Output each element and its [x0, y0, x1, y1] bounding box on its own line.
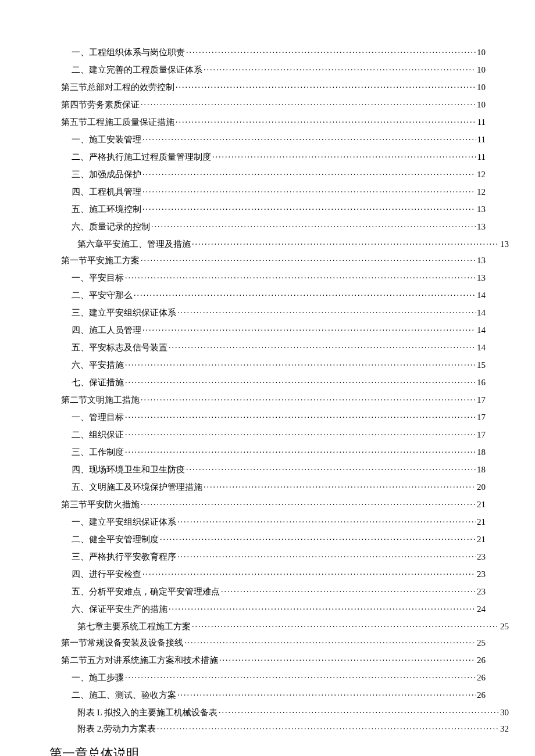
toc-page-number: 25	[477, 638, 486, 648]
toc-leader-dots	[125, 272, 476, 281]
toc-label: 七、保证措施	[72, 377, 124, 388]
toc-page-number: 23	[477, 569, 486, 579]
toc-entry: 五、分析平安难点，确定平安管理难点23	[49, 586, 486, 597]
toc-entry: 六、质量记录的控制13	[49, 221, 486, 232]
toc-label: 第六章平安施工、管理及措施	[77, 239, 191, 250]
toc-label: 附表 L 拟投入的主要施工机械设备表	[77, 707, 217, 718]
toc-entry: 二、健全平安管理制度21	[49, 533, 486, 545]
toc-page-number: 23	[477, 552, 486, 562]
toc-label: 一、工程组织体系与岗位职责	[72, 47, 185, 58]
toc-entry: 三、工作制度18	[49, 446, 486, 458]
toc-page-number: 17	[477, 430, 486, 440]
toc-label: 五、平安标志及信号装置	[72, 342, 167, 353]
toc-label: 二、平安守那么	[72, 290, 133, 301]
toc-leader-dots	[151, 221, 476, 230]
toc-label: 第一节常规设备安装及设备接线	[61, 637, 183, 648]
toc-leader-dots	[125, 446, 476, 455]
toc-entry: 一、施工安装管理11	[49, 134, 486, 145]
toc-leader-dots	[142, 169, 476, 177]
toc-page-number: 21	[477, 500, 486, 510]
toc-page-number: 14	[477, 291, 486, 300]
toc-leader-dots	[141, 394, 476, 403]
chapter-heading: 第一章总体说明	[49, 745, 486, 756]
toc-leader-dots	[169, 342, 476, 350]
toc-page-number: 11	[477, 135, 486, 145]
toc-leader-dots	[157, 723, 499, 732]
toc-entry: 一、管理目标17	[49, 411, 486, 423]
toc-page-number: 18	[477, 447, 486, 457]
toc-leader-dots	[141, 255, 476, 263]
toc-entry: 第一节平安施工方案13	[49, 255, 486, 266]
toc-leader-dots	[134, 289, 476, 298]
toc-label: 二、严格执行施工过程质量管理制度	[72, 152, 211, 163]
toc-entry: 一、施工步骤26	[49, 672, 486, 683]
toc-entry: 四、工程机具管理12	[49, 186, 486, 198]
toc-label: 五、施工环境控制	[72, 204, 141, 215]
toc-label: 一、施工步骤	[72, 672, 124, 683]
toc-leader-dots	[142, 568, 476, 577]
toc-entry: 一、平安目标13	[49, 272, 486, 284]
toc-page-number: 11	[477, 117, 486, 127]
toc-page-number: 21	[477, 517, 486, 527]
toc-entry: 三、建立平安组织保证体系14	[49, 307, 486, 318]
toc-entry: 六、平安措施15	[49, 359, 486, 371]
toc-entry: 第一节常规设备安装及设备接线25	[49, 637, 486, 648]
toc-label: 第五节工程施工质量保证措施	[61, 117, 174, 128]
toc-page-number: 18	[477, 465, 486, 475]
toc-leader-dots	[186, 464, 476, 472]
toc-leader-dots	[177, 689, 476, 698]
toc-entry: 三、严格执行平安教育程序23	[49, 551, 486, 562]
toc-leader-dots	[177, 307, 476, 316]
toc-leader-dots	[125, 429, 476, 438]
toc-page-number: 21	[477, 535, 486, 544]
toc-entry: 五、文明施工及环境保护管理措施20	[49, 481, 486, 493]
toc-page-number: 26	[477, 655, 486, 665]
toc-page-number: 14	[477, 325, 486, 335]
toc-entry: 第五节工程施工质量保证措施11	[49, 116, 486, 128]
toc-entry: 一、建立平安组织保证体系21	[49, 516, 486, 528]
toc-page-number: 10	[477, 65, 486, 75]
toc-label: 第三节平安防火措施	[61, 499, 140, 510]
toc-page-number: 10	[477, 48, 486, 58]
toc-leader-dots	[142, 134, 476, 142]
toc-leader-dots	[204, 64, 476, 73]
toc-leader-dots	[169, 603, 476, 612]
toc-leader-dots	[141, 99, 476, 108]
toc-entry: 第二节五方对讲系统施工方案和技术措施26	[49, 654, 486, 666]
toc-entry: 第七章主要系统工程施工方案25	[49, 621, 509, 632]
toc-entry: 第四节劳务素质保证10	[49, 99, 486, 110]
toc-label: 一、建立平安组织保证体系	[72, 517, 176, 528]
toc-label: 四、施工人员管理	[72, 325, 141, 336]
toc-leader-dots	[141, 499, 476, 507]
toc-entry: 附表 L 拟投入的主要施工机械设备表30	[49, 707, 509, 718]
toc-page-number: 10	[477, 83, 486, 92]
toc-entry: 六、保证平安生产的措施24	[49, 603, 486, 615]
toc-label: 四、工程机具管理	[72, 187, 141, 198]
toc-leader-dots	[212, 151, 476, 160]
toc-label: 二、建立完善的工程质量保证体系	[72, 65, 202, 76]
toc-label: 附表 2,劳动力方案表	[77, 723, 156, 734]
toc-page-number: 14	[477, 308, 486, 318]
toc-page-number: 13	[477, 273, 486, 283]
toc-page-number: 17	[477, 413, 486, 422]
toc-page-number: 14	[477, 343, 486, 353]
toc-label: 第四节劳务素质保证	[61, 99, 140, 110]
toc-label: 五、文明施工及环境保护管理措施	[72, 482, 202, 493]
toc-entry: 附表 2,劳动力方案表32	[49, 723, 509, 734]
toc-leader-dots	[177, 551, 476, 560]
toc-leader-dots	[177, 516, 476, 525]
toc-page-number: 17	[477, 395, 486, 405]
toc-leader-dots	[219, 654, 476, 663]
toc-page-number: 23	[477, 587, 486, 597]
toc-entry: 二、严格执行施工过程质量管理制度11	[49, 151, 486, 163]
toc-label: 一、平安目标	[72, 273, 124, 284]
toc-label: 三、建立平安组织保证体系	[72, 307, 176, 318]
toc-label: 二、健全平安管理制度	[72, 534, 159, 545]
toc-label: 六、平安措施	[72, 360, 124, 371]
toc-page-number: 13	[500, 239, 509, 249]
toc-leader-dots	[142, 324, 476, 333]
toc-leader-dots	[176, 116, 476, 125]
toc-page-number: 13	[477, 205, 486, 214]
toc-label: 六、质量记录的控制	[72, 221, 150, 232]
toc-page-number: 32	[500, 724, 509, 734]
